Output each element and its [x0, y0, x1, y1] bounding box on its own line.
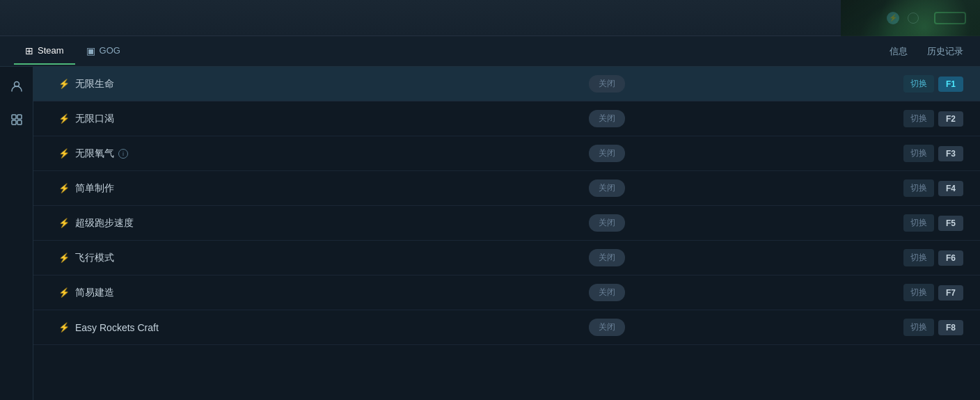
history-tab-link[interactable]: 历史记录: [924, 38, 966, 65]
hotkey-label-7[interactable]: 切换: [903, 284, 934, 301]
sub-header-right: 信息 历史记录: [887, 38, 966, 65]
hotkey-section-4: 切换 F4: [903, 179, 963, 197]
lightning-icon-5: ⚡: [58, 218, 70, 228]
hotkey-key-8[interactable]: F8: [938, 320, 963, 335]
cheat-name-3: 无限氧气i: [75, 147, 589, 160]
steam-tab-label: Steam: [38, 45, 64, 56]
lightning-icon-6: ⚡: [58, 253, 70, 263]
cheat-row-8: ⚡ Easy Rockets Craft 关闭 切换 F8: [33, 310, 980, 345]
lightning-icon-2: ⚡: [58, 113, 70, 124]
info-tab-link[interactable]: 信息: [887, 38, 910, 65]
svg-rect-1: [12, 115, 16, 119]
cheat-row-7: ⚡ 简易建造 关闭 切换 F7: [33, 275, 980, 310]
hotkey-section-5: 切换 F5: [903, 214, 963, 232]
hotkey-key-4[interactable]: F4: [938, 181, 963, 196]
cheat-row-3: ⚡ 无限氧气i 关闭 切换 F3: [33, 136, 980, 171]
hotkey-key-1[interactable]: F1: [938, 77, 963, 92]
sidebar-icon-user[interactable]: [6, 75, 28, 97]
cheat-toggle-2[interactable]: 关闭: [589, 110, 625, 127]
cheat-name-2: 无限口渴: [75, 113, 589, 125]
hotkey-section-1: 切换 F1: [903, 75, 963, 93]
hotkey-key-2[interactable]: F2: [938, 111, 963, 127]
svg-rect-2: [17, 115, 22, 119]
gog-platform-icon: ▣: [86, 45, 95, 56]
platform-tab-gog[interactable]: ▣ GOG: [75, 38, 132, 65]
lightning-icon-7: ⚡: [58, 287, 70, 298]
hotkey-section-6: 切换 F6: [903, 249, 963, 266]
hotkey-label-6[interactable]: 切换: [903, 249, 934, 266]
cheat-toggle-3[interactable]: 关闭: [589, 145, 625, 162]
cheat-name-7: 简易建造: [75, 287, 589, 299]
cheat-toggle-6[interactable]: 关闭: [589, 249, 625, 266]
cheat-name-5: 超级跑步速度: [75, 217, 589, 230]
hotkey-key-7[interactable]: F7: [938, 285, 963, 301]
hotkey-section-2: 切换 F2: [903, 110, 963, 127]
svg-rect-4: [17, 120, 22, 125]
hotkey-key-6[interactable]: F6: [938, 250, 963, 266]
hotkey-key-5[interactable]: F5: [938, 216, 963, 231]
cheat-row-4: ⚡ 简单制作 关闭 切换 F4: [33, 171, 980, 206]
hotkey-label-3[interactable]: 切换: [903, 145, 934, 162]
hotkey-section-8: 切换 F8: [903, 319, 963, 336]
cheat-row-6: ⚡ 飞行模式 关闭 切换 F6: [33, 241, 980, 275]
cheat-toggle-5[interactable]: 关闭: [589, 214, 625, 232]
cheat-name-4: 简单制作: [75, 182, 589, 195]
sub-header: ⊞ Steam ▣ GOG 信息 历史记录: [0, 36, 980, 67]
gog-tab-label: GOG: [100, 45, 120, 56]
hotkey-label-2[interactable]: 切换: [903, 110, 934, 127]
hotkey-label-8[interactable]: 切换: [903, 319, 934, 336]
sidebar-icon-cheats[interactable]: [6, 109, 28, 131]
cheat-row-2: ⚡ 无限口渴 关闭 切换 F2: [33, 102, 980, 136]
hotkey-section-7: 切换 F7: [903, 284, 963, 301]
cheat-name-6: 飞行模式: [75, 252, 589, 264]
lightning-icon-4: ⚡: [58, 183, 70, 193]
cheat-toggle-8[interactable]: 关闭: [589, 319, 625, 336]
cheats-panel: ⚡ 无限生命 关闭 切换 F1 ⚡ 无限口渴 关闭 切换 F2 ⚡ 无限氧气i …: [33, 67, 980, 400]
svg-rect-3: [12, 120, 16, 125]
cheat-toggle-1[interactable]: 关闭: [589, 75, 625, 93]
hotkey-section-3: 切换 F3: [903, 145, 963, 162]
steam-platform-icon: ⊞: [25, 45, 33, 56]
hotkey-key-3[interactable]: F3: [938, 146, 963, 161]
lightning-icon-3: ⚡: [58, 148, 70, 159]
sidebar: [0, 67, 33, 400]
lightning-icon-1: ⚡: [58, 79, 70, 89]
cheat-toggle-7[interactable]: 关闭: [589, 284, 625, 301]
hotkey-label-4[interactable]: 切换: [903, 179, 934, 197]
cheat-row-1: ⚡ 无限生命 关闭 切换 F1: [33, 67, 980, 102]
lightning-icon-8: ⚡: [58, 322, 70, 333]
hotkey-label-1[interactable]: 切换: [903, 75, 934, 93]
app-header: ⚡: [0, 0, 980, 36]
cheat-name-1: 无限生命: [75, 78, 589, 90]
main-content: ⚡ 无限生命 关闭 切换 F1 ⚡ 无限口渴 关闭 切换 F2 ⚡ 无限氧气i …: [0, 67, 980, 400]
hotkey-label-5[interactable]: 切换: [903, 214, 934, 232]
cheat-name-8: Easy Rockets Craft: [75, 322, 589, 333]
platform-tab-steam[interactable]: ⊞ Steam: [14, 38, 75, 65]
platform-tabs: ⊞ Steam ▣ GOG: [14, 38, 132, 65]
cheat-row-5: ⚡ 超级跑步速度 关闭 切换 F5: [33, 206, 980, 241]
cheat-toggle-4[interactable]: 关闭: [589, 179, 625, 197]
cheat-info-dot-3[interactable]: i: [118, 149, 128, 159]
